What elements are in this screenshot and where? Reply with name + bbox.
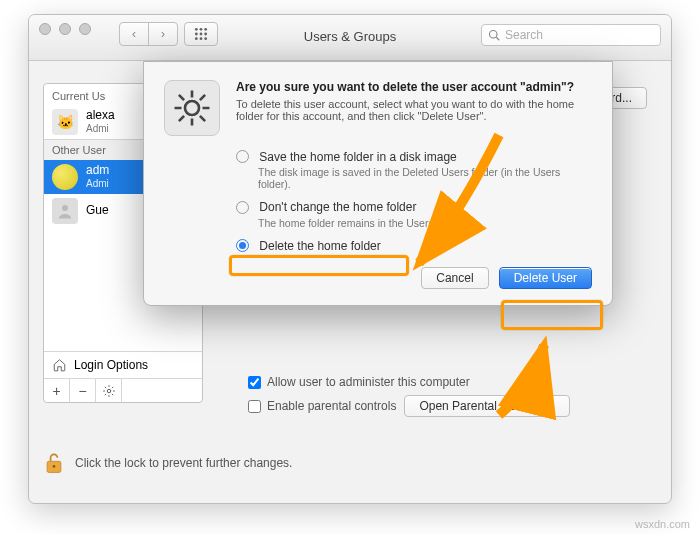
radio-icon	[236, 150, 249, 163]
svg-point-14	[53, 465, 56, 468]
svg-line-10	[496, 37, 499, 40]
avatar-icon	[52, 164, 78, 190]
parental-checkbox-row[interactable]: Enable parental controls	[248, 399, 396, 413]
user-name: Gue	[86, 204, 109, 218]
add-user-button[interactable]: +	[44, 379, 70, 402]
user-actions-menu[interactable]	[96, 379, 122, 402]
svg-line-23	[179, 116, 184, 121]
sheet-buttons: Cancel Delete User	[164, 267, 592, 289]
svg-line-21	[200, 116, 205, 121]
option-save-disk-image[interactable]: Save the home folder in a disk image The…	[236, 150, 592, 190]
avatar-icon: 🐱	[52, 109, 78, 135]
delete-user-sheet: Are you sure you want to delete the user…	[143, 61, 613, 306]
admin-checkbox-label: Allow user to administer this computer	[267, 375, 470, 389]
user-text: alexa Admi	[86, 109, 115, 134]
lock-row: Click the lock to prevent further change…	[43, 451, 657, 475]
parental-checkbox[interactable]	[248, 400, 261, 413]
lock-text: Click the lock to prevent further change…	[75, 456, 292, 470]
svg-point-11	[62, 205, 68, 211]
radio-icon	[236, 239, 249, 252]
avatar-icon	[52, 198, 78, 224]
svg-point-15	[185, 101, 199, 115]
user-role: Admi	[86, 123, 115, 135]
watermark: wsxdn.com	[635, 518, 690, 530]
radio-icon	[236, 201, 249, 214]
right-controls: Allow user to administer this computer E…	[248, 371, 647, 417]
open-parental-controls-button[interactable]: Open Parental Controls...	[404, 395, 569, 417]
svg-line-22	[200, 95, 205, 100]
admin-checkbox[interactable]	[248, 376, 261, 389]
option-dont-change[interactable]: Don't change the home folder The home fo…	[236, 200, 592, 228]
search-icon	[488, 29, 500, 41]
search-placeholder: Search	[505, 28, 543, 42]
option-label: Don't change the home folder	[259, 200, 416, 214]
remove-user-button[interactable]: −	[70, 379, 96, 402]
sheet-subtext: To delete this user account, select what…	[236, 98, 592, 122]
login-options-label: Login Options	[74, 358, 148, 372]
user-text: Gue	[86, 204, 109, 218]
plus-minus-bar: + −	[44, 378, 202, 402]
svg-point-9	[490, 31, 498, 39]
option-label: Save the home folder in a disk image	[259, 150, 456, 164]
search-input[interactable]: Search	[481, 24, 661, 46]
option-label: Delete the home folder	[259, 239, 380, 253]
unlocked-lock-icon[interactable]	[43, 451, 65, 475]
admin-checkbox-row[interactable]: Allow user to administer this computer	[248, 375, 647, 389]
cancel-button[interactable]: Cancel	[421, 267, 488, 289]
prefs-gear-icon	[164, 80, 220, 136]
delete-user-button[interactable]: Delete User	[499, 267, 592, 289]
option-desc: The home folder remains in the Users fol…	[258, 217, 592, 229]
user-text: adm Admi	[86, 164, 109, 189]
login-options-button[interactable]: Login Options	[44, 351, 202, 378]
user-name: alexa	[86, 109, 115, 123]
sheet-heading: Are you sure you want to delete the user…	[236, 80, 592, 95]
user-role: Admi	[86, 178, 109, 190]
sheet-text: Are you sure you want to delete the user…	[236, 80, 592, 136]
svg-point-12	[107, 389, 111, 393]
parental-checkbox-label: Enable parental controls	[267, 399, 396, 413]
prefs-window: ‹ › Users & Groups Search Current Us 🐱 a…	[28, 14, 672, 504]
titlebar: ‹ › Users & Groups Search	[29, 15, 671, 61]
user-name: adm	[86, 164, 109, 178]
option-delete-home-folder[interactable]: Delete the home folder	[236, 239, 592, 253]
svg-line-20	[179, 95, 184, 100]
option-desc: The disk image is saved in the Deleted U…	[258, 166, 592, 190]
house-icon	[52, 358, 67, 372]
sheet-options: Save the home folder in a disk image The…	[236, 150, 592, 253]
